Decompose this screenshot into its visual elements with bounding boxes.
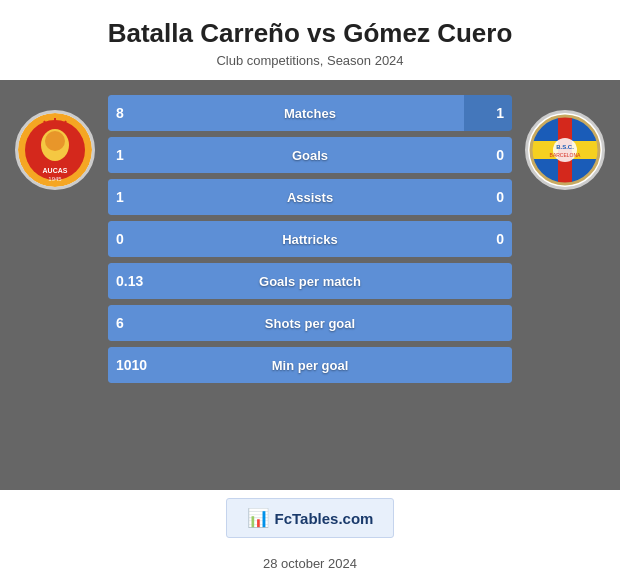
subtitle: Club competitions, Season 2024 <box>20 53 600 68</box>
stat-right-value-goals: 0 <box>496 147 504 163</box>
stat-left-value-hattricks: 0 <box>116 231 124 247</box>
svg-point-15 <box>553 138 577 162</box>
stats-section: AUCAS 1945 8 1 <box>0 80 620 490</box>
stat-row-matches: 8 1 Matches <box>108 95 512 131</box>
footer-date: 28 october 2024 <box>263 556 357 571</box>
stat-row-hattricks: 0 Hattricks 0 <box>108 221 512 257</box>
bsc-logo-svg: B.S.C. BARCELONA <box>528 113 602 187</box>
branding-icon: 📊 <box>247 507 269 529</box>
svg-point-3 <box>45 131 65 151</box>
page-wrapper: Batalla Carreño vs Gómez Cuero Club comp… <box>0 0 620 580</box>
branding-section: 📊 FcTables.com <box>0 490 620 546</box>
stat-left-value-assists: 1 <box>116 189 124 205</box>
stat-left-value-goals: 1 <box>116 147 124 163</box>
stat-left-value-matches: 8 <box>116 105 124 121</box>
stat-row-assists: 1 Assists 0 <box>108 179 512 215</box>
left-team-logo: AUCAS 1945 <box>10 105 100 195</box>
stat-row-goals: 1 Goals 0 <box>108 137 512 173</box>
svg-text:1945: 1945 <box>48 176 62 182</box>
stat-left-value-gpm: 0.13 <box>116 273 143 289</box>
aucas-logo-svg: AUCAS 1945 <box>18 113 92 187</box>
branding-text: FcTables.com <box>275 510 374 527</box>
stat-right-value-assists: 0 <box>496 189 504 205</box>
aucas-logo-circle: AUCAS 1945 <box>15 110 95 190</box>
svg-text:AUCAS: AUCAS <box>43 167 68 174</box>
right-team-logo: B.S.C. BARCELONA <box>520 105 610 195</box>
stat-row-shots-per-goal: 6 Shots per goal <box>108 305 512 341</box>
header-section: Batalla Carreño vs Gómez Cuero Club comp… <box>0 0 620 80</box>
bsc-logo-circle: B.S.C. BARCELONA <box>525 110 605 190</box>
page-title: Batalla Carreño vs Gómez Cuero <box>20 18 600 49</box>
stat-right-value-hattricks: 0 <box>496 231 504 247</box>
stat-left-value-spg: 6 <box>116 315 124 331</box>
stat-row-min-per-goal: 1010 Min per goal <box>108 347 512 383</box>
stat-row-goals-per-match: 0.13 Goals per match <box>108 263 512 299</box>
stats-container: 8 1 Matches 1 <box>100 95 520 383</box>
svg-text:B.S.C.: B.S.C. <box>556 144 574 150</box>
stat-right-value-matches: 1 <box>496 105 504 121</box>
stat-left-value-mpg: 1010 <box>116 357 147 373</box>
svg-text:BARCELONA: BARCELONA <box>550 152 582 158</box>
branding-box: 📊 FcTables.com <box>226 498 395 538</box>
footer-section: 28 october 2024 <box>0 546 620 580</box>
